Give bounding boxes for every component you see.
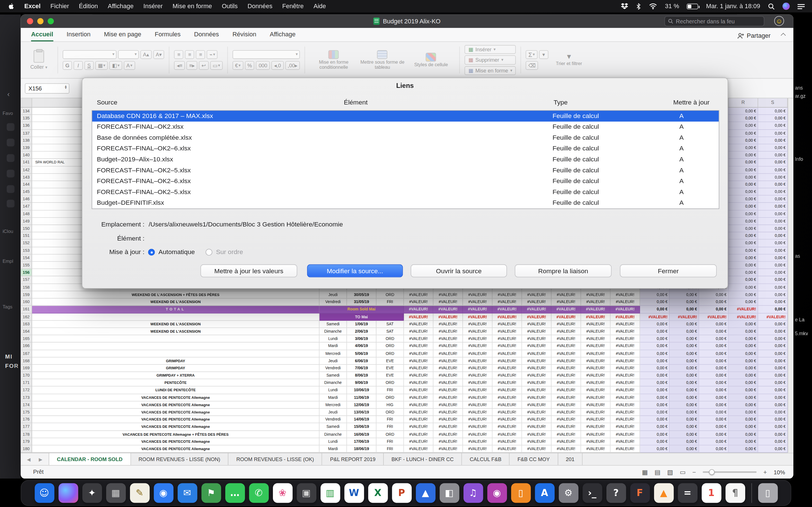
menubar-item[interactable]: Aide (313, 3, 326, 10)
cell[interactable]: #VALEUR! (581, 335, 611, 342)
cell[interactable]: #VALEUR! (581, 409, 611, 416)
cell[interactable]: #VALEUR! (404, 379, 434, 387)
cell[interactable]: 0,00 € (758, 218, 788, 225)
collapse-ribbon-icon[interactable] (781, 33, 786, 38)
row-header[interactable]: 155 (20, 262, 32, 269)
cell[interactable]: 0,00 € (670, 438, 699, 445)
cell[interactable]: #VALEUR! (552, 350, 581, 357)
cell[interactable]: #VALEUR! (522, 416, 552, 424)
cell[interactable]: #VALEUR! (434, 416, 463, 424)
cell[interactable]: #VALEUR! (434, 372, 463, 379)
cell[interactable]: #VALEUR! (434, 350, 463, 357)
cell[interactable]: 0,00 € (758, 108, 788, 115)
cell[interactable]: #VALEUR! (463, 306, 493, 313)
cell[interactable]: #VALEUR! (434, 431, 463, 438)
cell[interactable]: 0,00 € (728, 335, 758, 342)
cell[interactable]: #VALEUR! (493, 365, 522, 372)
cell[interactable]: Jeudi (319, 409, 347, 416)
cell[interactable]: GRIMPDAY (32, 365, 319, 372)
conditional-formatting-button[interactable]: Mise en forme conditionnelle (310, 45, 357, 75)
row-header[interactable]: 147 (20, 203, 32, 210)
dock-trash-icon[interactable]: ▯ (758, 483, 777, 503)
cell[interactable]: WEEKEND DE L'ASCENSION (32, 328, 319, 335)
cell[interactable]: PENTECÔTE (32, 379, 319, 387)
cell[interactable]: 0,00 € (728, 122, 758, 129)
row-header[interactable]: 146 (20, 196, 32, 203)
cell[interactable]: #VALEUR! (463, 335, 493, 342)
notification-center-icon[interactable] (798, 3, 805, 9)
cell[interactable]: #VALEUR! (581, 321, 611, 328)
cell[interactable]: 0,00 € (758, 342, 788, 350)
cell[interactable]: #VALEUR! (493, 313, 522, 321)
row-header[interactable]: 179 (20, 438, 32, 445)
cell[interactable]: Lundi (319, 438, 347, 445)
cell[interactable]: EVE (376, 357, 404, 365)
ribbon-tab[interactable]: Révision (232, 31, 256, 41)
cell[interactable]: #VALEUR! (552, 357, 581, 365)
cell[interactable]: 0,00 € (670, 424, 699, 431)
cell[interactable]: #VALEUR! (493, 394, 522, 401)
row-header[interactable]: 180 (20, 445, 32, 453)
cell[interactable]: #VALEUR! (522, 365, 552, 372)
cell[interactable]: 0,00 € (699, 372, 729, 379)
cell[interactable]: VACANCES DE PENTECOTE Allemagne + FÊTES … (32, 431, 319, 438)
cell[interactable]: 0,00 € (758, 225, 788, 232)
cell[interactable]: #VALEUR! (581, 306, 611, 313)
cell[interactable]: #VALEUR! (522, 342, 552, 350)
cell[interactable]: Samedi (319, 321, 347, 328)
cell[interactable]: #VALEUR! (404, 445, 434, 453)
zoom-slider-knob[interactable] (709, 469, 714, 475)
cell[interactable]: #VALEUR! (552, 401, 581, 409)
dock-vlc-icon[interactable]: ▲ (654, 483, 673, 503)
cell-styles-button[interactable]: Styles de cellule (407, 45, 455, 75)
row-header[interactable]: 156 (20, 269, 32, 276)
cell[interactable]: WEEKEND DE L'ASCENSION (32, 298, 319, 306)
dock-maps-icon[interactable]: ⚑ (201, 483, 221, 503)
cell[interactable]: 0,00 € (758, 115, 788, 122)
cell[interactable]: #VALEUR! (552, 321, 581, 328)
cell[interactable]: #VALEUR! (581, 365, 611, 372)
cell[interactable]: 0,00 € (758, 298, 788, 306)
cell[interactable]: 0,00 € (640, 372, 670, 379)
link-row[interactable]: FORECAST–FINAL–OK2–5.xlsxFeuille de calc… (92, 165, 719, 176)
ribbon-tab[interactable]: Accueil (31, 31, 53, 41)
cell[interactable]: VACANCES DE PENTECOTE Allemagne (32, 416, 319, 424)
cell[interactable]: 0,00 € (728, 166, 758, 174)
cell[interactable]: 0,00 € (758, 196, 788, 203)
cell[interactable]: #VALEUR! (404, 401, 434, 409)
cell[interactable]: #VALEUR! (463, 387, 493, 394)
cell[interactable]: 0,00 € (758, 210, 788, 218)
dock-siri-icon[interactable] (58, 483, 78, 503)
cell[interactable]: 0,00 € (728, 401, 758, 409)
decrease-font-button[interactable]: A▾ (153, 50, 164, 59)
cell[interactable]: #VALEUR! (434, 328, 463, 335)
cell[interactable]: #VALEUR! (463, 431, 493, 438)
cell[interactable]: 0,00 € (670, 401, 699, 409)
cell[interactable]: EVE (376, 372, 404, 379)
dock-powerpoint-icon[interactable]: P (392, 483, 411, 503)
cell[interactable]: #VALEUR! (463, 379, 493, 387)
cell[interactable]: #VALEUR! (463, 409, 493, 416)
cell[interactable]: 0,00 € (699, 328, 729, 335)
cell[interactable]: #VALEUR! (552, 342, 581, 350)
cell[interactable]: #VALEUR! (463, 372, 493, 379)
cell[interactable]: 0,00 € (670, 291, 699, 298)
cell[interactable]: #VALEUR! (581, 416, 611, 424)
cell[interactable]: #VALEUR! (493, 342, 522, 350)
cell[interactable]: 18/06/19 (347, 445, 377, 453)
sheet-tab[interactable]: CALENDAR - ROOM SOLD (49, 453, 131, 465)
cell[interactable]: #VALEUR! (552, 291, 581, 298)
link-row[interactable]: Budget–2019–Alix–10.xlsxFeuille de calcu… (92, 154, 719, 165)
cell[interactable]: #VALEUR! (434, 291, 463, 298)
cell[interactable]: 0,00 € (640, 365, 670, 372)
row-header[interactable]: 160 (20, 298, 32, 306)
cell[interactable]: #VALEUR! (404, 431, 434, 438)
cell[interactable]: 0,00 € (728, 372, 758, 379)
cell[interactable]: FRI (376, 438, 404, 445)
dock-mail-icon[interactable]: ✉ (177, 483, 197, 503)
cell[interactable]: 0,00 € (670, 409, 699, 416)
cell[interactable]: 0,00 € (640, 445, 670, 453)
row-header[interactable]: 136 (20, 122, 32, 129)
row-header[interactable]: 167 (20, 350, 32, 357)
cell[interactable]: 0,00 € (640, 321, 670, 328)
